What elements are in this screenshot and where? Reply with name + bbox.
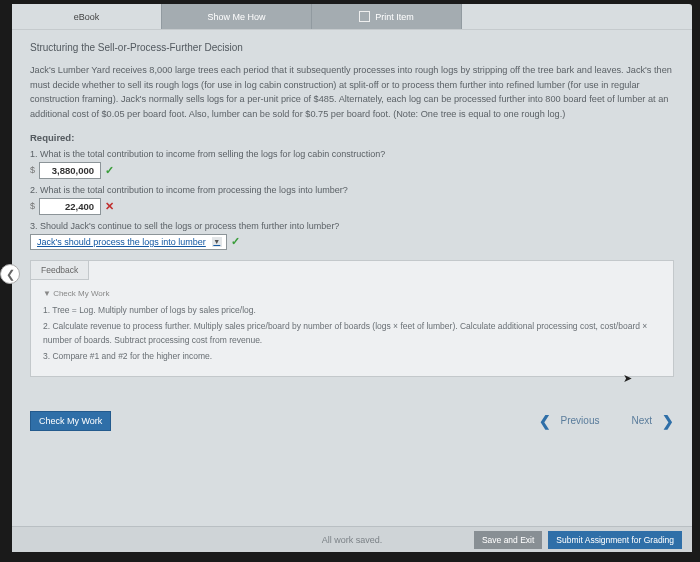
footer-actions: Save and Exit Submit Assignment for Grad…: [474, 531, 682, 549]
answer-row-3: Jack's should process the logs into lumb…: [30, 234, 674, 250]
tab-ebook-label: eBook: [74, 12, 100, 22]
feedback-tab[interactable]: Feedback: [31, 261, 89, 280]
footer-bar: All work saved. Save and Exit Submit Ass…: [12, 526, 692, 552]
answer-input-2[interactable]: 22,400: [39, 198, 101, 215]
answer-select-3-value: Jack's should process the logs into lumb…: [37, 237, 206, 247]
save-exit-button[interactable]: Save and Exit: [474, 531, 542, 549]
tab-ebook[interactable]: eBook: [12, 4, 162, 29]
tab-print-label: Print Item: [375, 12, 414, 22]
print-icon: [359, 11, 370, 22]
chevron-right-icon[interactable]: ❯: [662, 413, 674, 429]
question-3: 3. Should Jack's continue to sell the lo…: [30, 221, 674, 231]
app-frame: ❮ eBook Show Me How Print Item Structuri…: [12, 4, 692, 552]
button-row: Check My Work ❮ Previous Next ❯: [30, 411, 674, 431]
answer-row-1: $ 3,880,000 ✓: [30, 162, 674, 179]
question-2: 2. What is the total contribution to inc…: [30, 185, 674, 195]
feedback-panel: Feedback ▼ Check My Work 1. Tree = Log. …: [30, 260, 674, 377]
feedback-heading: ▼ Check My Work: [43, 288, 661, 300]
required-heading: Required:: [30, 132, 674, 143]
feedback-line-3: 3. Compare #1 and #2 for the higher inco…: [43, 350, 661, 363]
answer-row-2: $ 22,400 ✕: [30, 198, 674, 215]
cross-icon: ✕: [105, 200, 114, 213]
tab-bar: eBook Show Me How Print Item: [12, 4, 692, 30]
cursor-icon: ➤: [623, 372, 632, 385]
check-icon: ✓: [231, 235, 240, 248]
page-title: Structuring the Sell-or-Process-Further …: [30, 42, 674, 53]
tab-show-me-how[interactable]: Show Me How: [162, 4, 312, 29]
feedback-line-2: 2. Calculate revenue to process further.…: [43, 320, 661, 346]
save-status: All work saved.: [322, 535, 383, 545]
problem-text: Jack's Lumber Yard receives 8,000 large …: [30, 63, 674, 122]
check-my-work-button[interactable]: Check My Work: [30, 411, 111, 431]
question-1: 1. What is the total contribution to inc…: [30, 149, 674, 159]
currency-symbol: $: [30, 201, 35, 211]
answer-select-3[interactable]: Jack's should process the logs into lumb…: [30, 234, 227, 250]
pager: ❮ Previous Next ❯: [539, 413, 674, 429]
tab-show-label: Show Me How: [207, 12, 265, 22]
content-area: Structuring the Sell-or-Process-Further …: [12, 30, 692, 431]
next-label[interactable]: Next: [631, 415, 652, 426]
prev-label[interactable]: Previous: [561, 415, 600, 426]
tab-print-item[interactable]: Print Item: [312, 4, 462, 29]
feedback-body: ▼ Check My Work 1. Tree = Log. Multiply …: [31, 280, 673, 376]
submit-button[interactable]: Submit Assignment for Grading: [548, 531, 682, 549]
chevron-down-icon: ▼: [212, 237, 222, 247]
check-icon: ✓: [105, 164, 114, 177]
feedback-line-1: 1. Tree = Log. Multiply number of logs b…: [43, 304, 661, 317]
prev-page-circle[interactable]: ❮: [0, 264, 20, 284]
answer-input-1[interactable]: 3,880,000: [39, 162, 101, 179]
currency-symbol: $: [30, 165, 35, 175]
chevron-left-icon[interactable]: ❮: [539, 413, 551, 429]
